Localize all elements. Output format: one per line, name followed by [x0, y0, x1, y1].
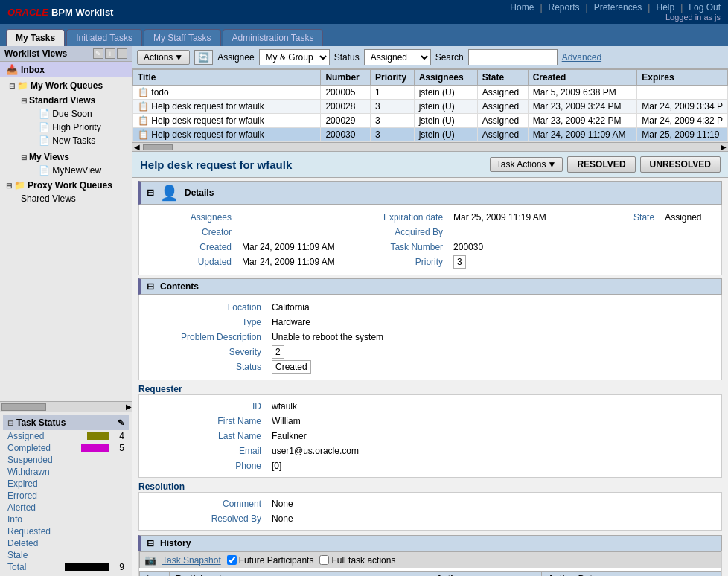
detail-header: Help desk request for wfaulk Task Action…: [132, 152, 728, 178]
table-row[interactable]: 📋 Help desk request for wfaulk 200028 3 …: [133, 100, 728, 114]
detail-panel: Help desk request for wfaulk Task Action…: [132, 151, 728, 576]
assignee-select[interactable]: My & Group: [259, 49, 330, 65]
task-status-row[interactable]: Errored: [3, 490, 129, 502]
col-created[interactable]: Created: [528, 70, 637, 86]
sidebar-item-due-soon[interactable]: 📄 Due Soon: [18, 107, 126, 121]
resolved-button[interactable]: RESOLVED: [567, 156, 635, 173]
type-label: Type: [147, 316, 266, 329]
acquired-by-value: [449, 225, 568, 239]
creator-label: Creator: [147, 225, 236, 239]
scroll-thumb[interactable]: [143, 144, 173, 150]
task-status-row[interactable]: Requested: [3, 525, 129, 537]
task-status-row[interactable]: Stale: [3, 549, 129, 561]
nav-logout[interactable]: Log Out: [689, 2, 721, 13]
table-row[interactable]: 📋 Help desk request for wfaulk 200030 3 …: [133, 128, 728, 142]
requester-section-content: ID wfaulk First Name William Last Name F…: [138, 394, 722, 478]
sidebar-scroll-right[interactable]: ▶: [126, 403, 132, 411]
severity-label: Severity: [147, 345, 266, 359]
task-priority-cell: 3: [371, 114, 415, 128]
scroll-right-icon[interactable]: ▶: [721, 143, 727, 151]
task-status-row[interactable]: Info: [3, 513, 129, 525]
task-status-row[interactable]: Expired: [3, 478, 129, 490]
actions-button[interactable]: Actions ▼: [137, 50, 190, 65]
task-status-row[interactable]: Alerted: [3, 502, 129, 513]
col-number[interactable]: Number: [321, 70, 371, 86]
sidebar-title: Worklist Views: [4, 48, 67, 59]
nav-help[interactable]: Help: [656, 2, 674, 13]
nav-reports[interactable]: Reports: [549, 2, 580, 13]
task-actions-button[interactable]: Task Actions ▼: [490, 157, 563, 172]
col-state[interactable]: State: [477, 70, 528, 86]
sidebar-edit-icon[interactable]: ✎: [93, 48, 103, 59]
task-status-row[interactable]: Assigned4: [3, 430, 129, 442]
history-table: # Participant Action Action Date 1 ▶ 📁 S…: [139, 571, 721, 576]
nav-home[interactable]: Home: [510, 2, 534, 13]
sidebar-item-new-tasks[interactable]: 📄 New Tasks: [18, 134, 126, 147]
task-assignees-cell: jstein (U): [414, 114, 477, 128]
task-status-label: Completed: [7, 443, 81, 453]
sidebar-item-inbox[interactable]: 📥 Inbox: [0, 62, 132, 77]
tab-administration-tasks[interactable]: Administration Tasks: [223, 29, 324, 46]
resolution-section-header: Resolution: [138, 481, 722, 492]
requester-id-label: ID: [147, 400, 266, 413]
task-assignees-cell: jstein (U): [414, 86, 477, 100]
sidebar-item-high-priority[interactable]: 📄 High Priority: [18, 121, 126, 134]
sidebar-item-my-new-view[interactable]: 📄 MyNewView: [18, 164, 126, 177]
task-status-row[interactable]: Completed5: [3, 442, 129, 454]
status-select[interactable]: Assigned: [364, 49, 431, 65]
sidebar-standard-views[interactable]: ⊟ Standard Views: [18, 94, 126, 107]
toolbar-icon-refresh[interactable]: 🔄: [194, 50, 213, 65]
sidebar-my-views[interactable]: ⊟ My Views: [18, 150, 126, 164]
assignees-value: [237, 211, 357, 224]
sidebar-remove-icon[interactable]: −: [117, 48, 127, 59]
task-status-row[interactable]: Deleted: [3, 537, 129, 549]
task-status-edit-icon[interactable]: ✎: [118, 418, 124, 428]
table-row[interactable]: 📋 Help desk request for wfaulk 200029 3 …: [133, 114, 728, 128]
requester-email-value: user1@us.oracle.com: [267, 444, 363, 458]
task-status-label: Total: [7, 562, 65, 572]
nav-preferences[interactable]: Preferences: [594, 2, 642, 13]
folder-icon-my-work: 📁: [17, 80, 28, 91]
task-created-cell: Mar 23, 2009 4:22 PM: [528, 114, 637, 128]
full-task-actions-checkbox[interactable]: [319, 555, 329, 565]
contents-section-header[interactable]: ⊟ Contents: [138, 278, 722, 295]
tab-my-tasks[interactable]: My Tasks: [6, 29, 65, 46]
col-title[interactable]: Title: [133, 70, 321, 86]
details-section-header[interactable]: ⊟ 👤 Details: [138, 181, 722, 205]
location-label: Location: [147, 301, 266, 314]
task-status-row[interactable]: Total9: [3, 561, 129, 573]
sidebar-scrollbar[interactable]: [1, 403, 46, 411]
comment-value: None: [267, 497, 298, 511]
future-participants-checkbox[interactable]: [227, 555, 237, 565]
scroll-left-icon[interactable]: ◀: [134, 143, 140, 151]
sidebar-add-icon[interactable]: +: [105, 48, 115, 59]
sidebar-my-work-queues[interactable]: ⊟ 📁 My Work Queues: [3, 79, 129, 92]
sidebar-proxy-work-queues[interactable]: ⊟ 📁 Proxy Work Queues: [0, 179, 132, 192]
task-number-cell: 200005: [321, 86, 371, 100]
unresolved-button[interactable]: UNRESOLVED: [640, 156, 721, 173]
task-title: Help desk request for wfaulk: [151, 129, 264, 140]
sidebar: Worklist Views ✎ + − 📥 Inbox ⊟ 📁 My Work…: [0, 46, 132, 576]
task-priority-cell: 3: [371, 128, 415, 142]
full-task-actions-checkbox-label[interactable]: Full task actions: [319, 555, 395, 566]
table-scrollbar[interactable]: ◀ ▶: [132, 142, 728, 151]
task-status-header[interactable]: ⊟ Task Status ✎: [3, 415, 129, 430]
status-value: Created: [267, 360, 388, 374]
tab-my-staff-tasks[interactable]: My Staff Tasks: [144, 29, 221, 46]
table-row[interactable]: 📋 todo 200005 1 jstein (U) Assigned Mar …: [133, 86, 728, 100]
task-status-bar: [81, 444, 109, 452]
task-icon: 📋: [138, 101, 149, 112]
col-expires[interactable]: Expires: [637, 70, 728, 86]
task-status-row[interactable]: Suspended: [3, 454, 129, 466]
col-assignees[interactable]: Assignees: [414, 70, 477, 86]
tab-initiated-tasks[interactable]: Initiated Tasks: [66, 29, 142, 46]
view-icon-my-new-view: 📄: [39, 165, 50, 176]
task-status-row[interactable]: Withdrawn: [3, 466, 129, 478]
task-snapshot-label[interactable]: Task Snapshot: [162, 555, 221, 566]
future-participants-checkbox-label[interactable]: Future Participants: [227, 555, 314, 566]
task-status-bar: [65, 563, 109, 571]
search-input[interactable]: [468, 49, 558, 65]
sidebar-item-shared-views[interactable]: Shared Views: [0, 192, 132, 205]
col-priority[interactable]: Priority: [371, 70, 415, 86]
history-section-header[interactable]: ⊟ History: [138, 535, 722, 551]
